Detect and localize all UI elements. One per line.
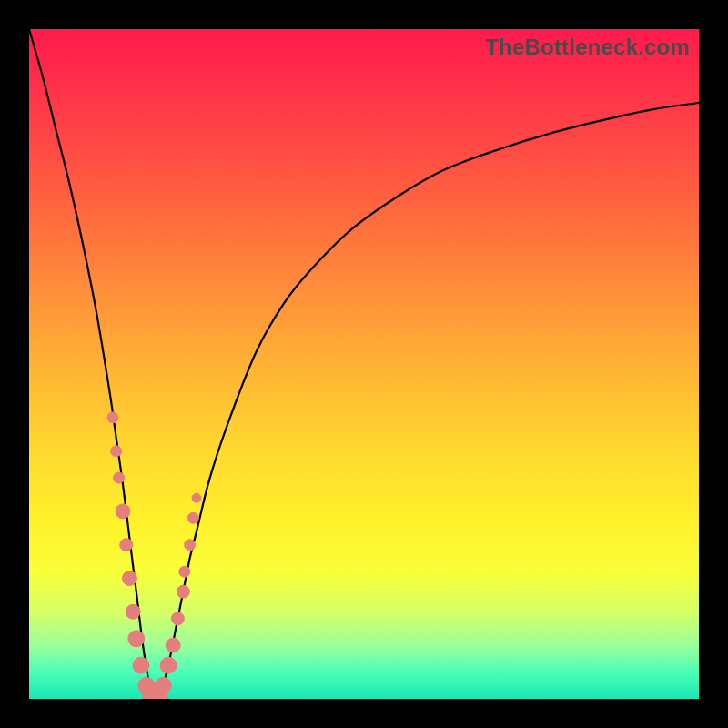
curve-bead bbox=[128, 631, 145, 647]
bead-group bbox=[107, 412, 201, 699]
curve-bead bbox=[122, 571, 136, 586]
penalty-curve bbox=[29, 29, 699, 699]
curve-bead bbox=[171, 612, 184, 625]
curve-layer bbox=[29, 29, 699, 699]
curve-bead bbox=[116, 504, 130, 519]
curve-bead bbox=[133, 657, 149, 673]
chart-frame: TheBottleneck.com bbox=[0, 0, 728, 728]
curve-bead bbox=[166, 638, 180, 652]
curve-bead bbox=[126, 604, 140, 619]
curve-bead bbox=[192, 493, 201, 502]
curve-bead bbox=[120, 539, 133, 551]
curve-bead bbox=[111, 446, 122, 457]
curve-bead bbox=[187, 512, 198, 523]
curve-bead bbox=[155, 677, 171, 693]
curve-bead bbox=[160, 657, 177, 673]
curve-bead bbox=[114, 472, 125, 483]
curve-bead bbox=[179, 566, 190, 577]
curve-bead bbox=[107, 412, 118, 423]
curve-bead bbox=[177, 585, 189, 598]
curve-bead bbox=[185, 540, 196, 551]
plot-area: TheBottleneck.com bbox=[29, 29, 699, 699]
